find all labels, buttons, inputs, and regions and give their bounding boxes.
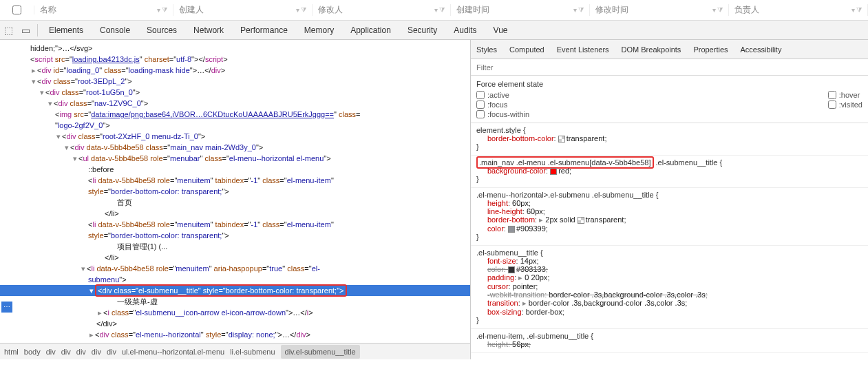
- state-focus-checkbox[interactable]: [476, 101, 485, 109]
- rtab-dom-breakpoints[interactable]: DOM Breakpoints: [622, 45, 681, 54]
- expander-icon[interactable]: ▾: [47, 98, 54, 109]
- rtab-computed[interactable]: Computed: [509, 45, 544, 54]
- tab-vue[interactable]: Vue: [485, 21, 516, 40]
- rule-menu-item[interactable]: .el-menu-item, .el-submenu__title { heig…: [471, 329, 868, 353]
- crumb-div[interactable]: div: [61, 346, 71, 357]
- tree-line[interactable]: <li data-v-5bb4be58 role="menuitem" tabi…: [0, 175, 470, 186]
- color-swatch-icon[interactable]: [508, 226, 515, 233]
- state-focus-within[interactable]: :focus-within: [476, 110, 529, 118]
- tab-performance[interactable]: Performance: [232, 21, 296, 40]
- tree-line[interactable]: style="border-bottom-color: transparent;…: [0, 230, 470, 241]
- tree-line[interactable]: <script src="loading.ba4213dc.js" charse…: [0, 54, 470, 65]
- tree-line[interactable]: ▸<div id="loading_0" class="loading-mask…: [0, 65, 470, 76]
- tree-line[interactable]: ▾<ul data-v-5bb4be58 role="menubar" clas…: [0, 153, 470, 164]
- color-swatch-icon[interactable]: [550, 168, 557, 175]
- expander-icon[interactable]: ▾: [30, 76, 37, 87]
- tree-line[interactable]: "logo-2gf2V_0">: [0, 120, 470, 131]
- color-swatch-icon[interactable]: [558, 136, 565, 142]
- crumb-div[interactable]: div: [46, 346, 56, 357]
- col-filters[interactable]: ▾⧩: [296, 6, 306, 14]
- crumb-selected[interactable]: div.el-submenu__title: [281, 345, 360, 359]
- col-filters[interactable]: ▾⧩: [434, 6, 445, 14]
- breadcrumb[interactable]: html body div div div div div ul.el-menu…: [0, 343, 470, 359]
- rule-submenu-title[interactable]: .el-submenu__title { font-size: 14px; co…: [471, 246, 868, 329]
- tab-security[interactable]: Security: [399, 21, 445, 40]
- state-focus-within-checkbox[interactable]: [476, 110, 485, 118]
- tree-line[interactable]: </li>: [0, 252, 470, 263]
- tab-sources[interactable]: Sources: [138, 21, 185, 40]
- funnel-icon[interactable]: ⧩: [439, 6, 445, 14]
- crumb-ul[interactable]: ul.el-menu--horizontal.el-menu: [122, 346, 224, 357]
- tree-text[interactable]: 首页: [0, 197, 470, 208]
- expander-icon[interactable]: ▾: [72, 153, 78, 164]
- col-filters[interactable]: ▾⧩: [712, 6, 723, 14]
- filter-icon[interactable]: ▾: [157, 6, 160, 14]
- elements-panel[interactable]: hidden;">…</svg> <script src="loading.ba…: [0, 40, 471, 359]
- state-hover[interactable]: :hover: [828, 91, 862, 99]
- col-owner[interactable]: 负责人 ▾⧩: [729, 4, 868, 16]
- state-focus[interactable]: :focus: [476, 101, 529, 109]
- expander-icon[interactable]: ▸: [30, 65, 37, 76]
- tab-elements[interactable]: Elements: [41, 21, 92, 40]
- col-creator[interactable]: 创建人 ▾⧩: [173, 4, 313, 16]
- crumb-div[interactable]: div: [107, 346, 116, 357]
- tab-console[interactable]: Console: [92, 21, 138, 40]
- state-hover-checkbox[interactable]: [828, 91, 836, 99]
- state-visited-checkbox[interactable]: [828, 101, 836, 109]
- col-filters[interactable]: ▾⧩: [157, 6, 167, 14]
- col-created-time[interactable]: 创建时间 ▾⧩: [451, 4, 590, 16]
- tree-line[interactable]: ::before: [0, 164, 470, 175]
- expander-icon[interactable]: ▾: [55, 131, 62, 142]
- col-modified-time[interactable]: 修改时间 ▾⧩: [590, 4, 729, 16]
- tree-text[interactable]: 项目管理(1) (...: [0, 241, 470, 252]
- filter-icon[interactable]: ▾: [296, 6, 299, 14]
- dom-tree[interactable]: hidden;">…</svg> <script src="loading.ba…: [0, 40, 470, 359]
- filter-icon[interactable]: ▾: [712, 6, 716, 14]
- tree-line[interactable]: style="border-bottom-color: transparent;…: [0, 186, 470, 197]
- crumb-div[interactable]: div: [76, 346, 86, 357]
- rtab-properties[interactable]: Properties: [693, 45, 728, 54]
- tree-line[interactable]: </li>: [0, 208, 470, 219]
- funnel-icon[interactable]: ⧩: [578, 6, 584, 14]
- tree-line[interactable]: ▾<div data-v-5bb4be58 class="main_nav ma…: [0, 142, 470, 153]
- selected-dom-node[interactable]: ▾<div class="el-submenu__title" style="b…: [0, 285, 470, 296]
- filter-icon[interactable]: ▾: [434, 6, 438, 14]
- funnel-icon[interactable]: ⧩: [162, 6, 167, 14]
- expander-icon[interactable]: ▾: [88, 285, 95, 296]
- tree-line[interactable]: <li data-v-5bb4be58 role="menuitem" tabi…: [0, 219, 470, 230]
- tree-line[interactable]: ▾<li data-v-5bb4be58 role="menuitem" ari…: [0, 263, 470, 274]
- rule-main-nav[interactable]: .main_nav .el-menu .el-submenu[data-v-5b…: [471, 156, 868, 188]
- select-all-checkbox[interactable]: [12, 6, 21, 14]
- rtab-accessibility[interactable]: Accessibility: [741, 45, 782, 54]
- state-active[interactable]: :active: [476, 91, 529, 99]
- tab-application[interactable]: Application: [342, 21, 399, 40]
- state-active-checkbox[interactable]: [476, 91, 485, 99]
- tab-network[interactable]: Network: [185, 21, 232, 40]
- col-name[interactable]: 名称 ▾⧩: [34, 4, 173, 16]
- funnel-icon[interactable]: ⧩: [856, 6, 862, 14]
- col-filters[interactable]: ▾⧩: [851, 6, 862, 14]
- toggle-device-icon[interactable]: ▭: [17, 25, 34, 36]
- tree-line[interactable]: ▸<i class="el-submenu__icon-arrow el-ico…: [0, 307, 470, 318]
- crumb-li[interactable]: li.el-submenu: [230, 346, 275, 357]
- crumb-html[interactable]: html: [4, 346, 19, 357]
- expander-icon[interactable]: ▾: [80, 263, 87, 274]
- funnel-icon[interactable]: ⧩: [717, 6, 723, 14]
- tree-line[interactable]: ▾<div class="nav-1ZV9C_0">: [0, 98, 470, 109]
- filter-icon[interactable]: ▾: [573, 6, 577, 14]
- tab-memory[interactable]: Memory: [296, 21, 342, 40]
- tree-line[interactable]: hidden;">…</svg>: [0, 43, 470, 54]
- color-swatch-icon[interactable]: [578, 217, 584, 224]
- expander-icon[interactable]: ▸: [96, 307, 103, 318]
- rule-element-style[interactable]: element.style { border-bottom-color: tra…: [471, 123, 868, 156]
- tree-line[interactable]: ▾<div class="root-1uG5n_0">: [0, 87, 470, 98]
- expander-icon[interactable]: ▸: [88, 329, 95, 340]
- inspect-element-icon[interactable]: ⬚: [0, 25, 17, 36]
- crumb-body[interactable]: body: [24, 346, 41, 357]
- expander-icon[interactable]: ▾: [63, 142, 70, 153]
- rtab-event-listeners[interactable]: Event Listeners: [557, 45, 609, 54]
- rule-horizontal-submenu[interactable]: .el-menu--horizontal>.el-submenu .el-sub…: [471, 188, 868, 246]
- color-swatch-icon[interactable]: [508, 266, 515, 273]
- crumb-div[interactable]: div: [92, 346, 101, 357]
- funnel-icon[interactable]: ⧩: [301, 6, 306, 14]
